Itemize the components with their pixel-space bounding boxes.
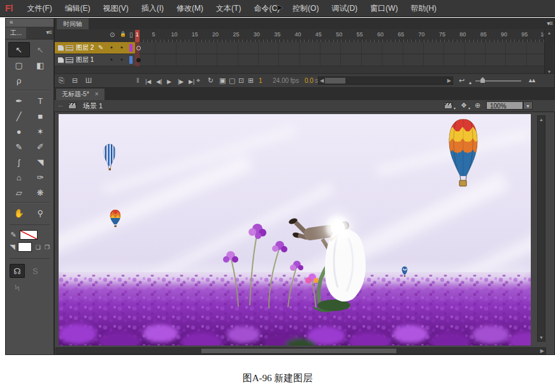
layer-frames[interactable] — [135, 42, 544, 54]
gradient-transform-tool[interactable]: ◧ — [30, 57, 52, 73]
timeline-vertical-scrollbar[interactable]: ▲ ▼ — [544, 30, 554, 75]
frame-rate-value[interactable]: 24.00 fps — [273, 77, 299, 84]
smooth-option-button[interactable]: S — [27, 264, 43, 278]
frame-view-slider-knob[interactable] — [480, 77, 485, 83]
edit-symbols-button[interactable]: ❖ — [461, 101, 467, 110]
pen-tool[interactable]: ✒ — [8, 93, 30, 108]
layer-lock-dot[interactable]: • — [120, 43, 123, 51]
menu-item-2[interactable]: 视图(V) — [97, 0, 135, 17]
new-layer-button[interactable]: ⎘ — [59, 76, 64, 85]
stage-scroll-down-icon[interactable]: ▼ — [538, 335, 545, 340]
hand-tool[interactable]: ✋ — [8, 205, 30, 221]
bone-tool[interactable]: ʃ — [8, 154, 30, 170]
timeline-horizontal-scrollbar[interactable]: ◀ ▶ — [318, 76, 453, 85]
close-document-icon[interactable]: × — [95, 89, 99, 100]
zoom-level-input[interactable]: 100% — [486, 101, 523, 110]
visibility-column-icon[interactable]: ⊙ — [110, 31, 115, 38]
layer-frames[interactable] — [135, 54, 544, 66]
menu-item-10[interactable]: 帮助(H) — [404, 0, 443, 17]
black-white-icon[interactable]: ❐ — [45, 244, 50, 250]
free-transform-tool[interactable]: ▢ — [8, 57, 30, 73]
oval-tool[interactable]: ● — [8, 124, 30, 139]
go-to-first-frame-button[interactable]: |◀ — [145, 77, 151, 87]
shrink-frames-button[interactable]: ▴ — [469, 78, 472, 87]
back-button[interactable]: ← — [57, 101, 64, 108]
layer-row-1[interactable]: ✎图层 2•• — [55, 42, 554, 54]
outline-column-icon[interactable]: ▯ — [129, 31, 133, 38]
scene-name-label[interactable]: 场景 1 — [83, 101, 103, 111]
enlarge-frames-button[interactable]: ▲▲ — [528, 76, 534, 85]
layer-outline-color-swatch[interactable] — [129, 56, 133, 64]
menu-item-7[interactable]: 控制(O) — [286, 0, 325, 17]
keyframe-dot[interactable] — [136, 58, 141, 62]
go-to-last-frame-button[interactable]: ▶| — [189, 77, 194, 87]
new-folder-button[interactable]: ⊟ — [72, 76, 78, 85]
stage-scroll-right-icon[interactable]: ▶ — [540, 348, 544, 354]
lasso-tool[interactable]: ρ — [8, 73, 30, 88]
menu-item-9[interactable]: 窗口(W) — [364, 0, 404, 17]
straighten-option-button[interactable]: Ϟ — [10, 280, 25, 294]
tab-timeline[interactable]: 时间轴 — [57, 18, 89, 29]
loop-button[interactable]: ↻ — [208, 76, 213, 85]
brush-tool[interactable]: ✐ — [30, 139, 52, 154]
tool-spacer[interactable] — [30, 73, 52, 88]
snap-to-objects-toggle[interactable]: ☊ — [10, 264, 25, 278]
stage-vertical-scrollbar[interactable]: ▲ ▼ — [537, 115, 545, 342]
panel-menu-icon[interactable]: ▾≡ — [46, 29, 52, 36]
layer-outline-color-swatch[interactable] — [129, 44, 133, 52]
eraser-tool[interactable]: ▱ — [8, 185, 30, 200]
polystar-tool[interactable]: ✶ — [30, 124, 52, 139]
menu-item-5[interactable]: 文本(T) — [210, 0, 247, 17]
delete-layer-button[interactable]: Ш — [85, 76, 92, 85]
deco-tool[interactable]: ❋ — [30, 185, 52, 200]
selection-tool[interactable]: ↖ — [8, 42, 30, 57]
layer-lock-dot[interactable]: • — [120, 55, 123, 63]
collapse-panel-button[interactable]: « — [6, 18, 54, 27]
subselection-tool[interactable]: ↖ — [30, 42, 52, 57]
center-stage-button[interactable]: ⊕ — [475, 101, 480, 110]
onion-skin-button[interactable]: ▣ — [219, 76, 226, 85]
paint-bucket-tool[interactable]: ◥ — [30, 154, 52, 170]
scroll-up-icon[interactable]: ▲ — [545, 31, 554, 35]
stage-scroll-thumb[interactable] — [201, 349, 396, 353]
menu-item-8[interactable]: 调试(D) — [325, 0, 364, 17]
onion-skin-outlines-button[interactable]: ▢ — [229, 76, 235, 85]
lock-column-icon[interactable]: 🔒 — [120, 31, 126, 37]
keyframe-dot[interactable] — [136, 46, 141, 50]
menu-item-1[interactable]: 编辑(E) — [59, 0, 97, 17]
step-back-button[interactable]: ◀| — [156, 77, 162, 87]
zoom-dropdown-button[interactable]: ▼ — [523, 101, 533, 110]
tab-document[interactable]: 无标题-5* × — [56, 89, 105, 100]
layer-row-2[interactable]: 图层 1•• — [55, 54, 554, 66]
modify-markers-button[interactable]: ⊞ — [248, 76, 254, 85]
edit-scene-icon[interactable] — [444, 103, 452, 109]
timeline-scroll-thumb[interactable] — [325, 78, 345, 83]
layer-name-area[interactable]: 图层 2 — [55, 42, 135, 54]
line-tool[interactable]: ╱ — [8, 108, 30, 124]
scroll-left-icon[interactable]: ◀ — [320, 78, 324, 83]
center-frame-button[interactable]: ⌖ — [196, 76, 200, 85]
edit-multiple-frames-button[interactable]: ⊡ — [238, 76, 244, 85]
swap-colors-icon[interactable]: ❏ — [36, 244, 41, 250]
scroll-right-icon[interactable]: ▶ — [447, 78, 451, 83]
rectangle-tool[interactable]: ■ — [30, 108, 52, 124]
stage-horizontal-scrollbar[interactable]: ▶ — [55, 347, 546, 354]
layer-name-area[interactable]: 图层 1 — [55, 54, 135, 66]
stroke-color-swatch[interactable] — [20, 230, 38, 240]
text-tool[interactable]: T — [30, 93, 52, 108]
pencil-tool[interactable]: ✎ — [8, 139, 30, 154]
step-forward-button[interactable]: |▶ — [178, 77, 184, 87]
stage-canvas[interactable] — [59, 114, 531, 345]
return-playhead-button[interactable]: ↩ — [459, 76, 465, 85]
ink-bottle-tool[interactable]: ⌂ — [8, 170, 30, 185]
stage-scroll-up-icon[interactable]: ▲ — [538, 117, 545, 122]
menu-item-0[interactable]: 文件(F) — [20, 0, 58, 17]
tab-tools[interactable]: 工... — [6, 27, 26, 39]
menu-item-3[interactable]: 插入(I) — [135, 0, 170, 17]
fill-color-swatch[interactable] — [18, 242, 32, 252]
layer-visibility-dot[interactable]: • — [110, 55, 113, 63]
timeline-panel-menu-icon[interactable]: ▾≡ — [547, 20, 552, 27]
zoom-tool[interactable]: ⚲ — [30, 205, 52, 221]
layer-visibility-dot[interactable]: • — [110, 43, 113, 51]
eyedropper-tool[interactable]: ✑ — [30, 170, 52, 185]
